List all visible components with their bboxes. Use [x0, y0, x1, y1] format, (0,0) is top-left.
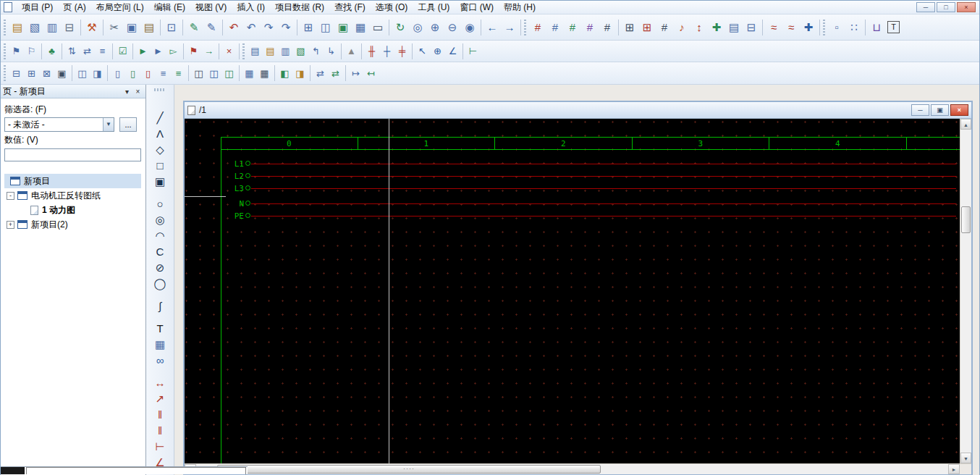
draw-polyline-button[interactable]: Λ	[151, 126, 169, 142]
menu-view[interactable]: 视图 (V)	[190, 1, 232, 14]
draw-sector-button[interactable]: ⊘	[151, 260, 169, 276]
macro-import-button[interactable]: ↳	[324, 43, 339, 59]
export-page-data-button[interactable]: ↦	[348, 66, 363, 81]
menu-options[interactable]: 选项 (O)	[371, 1, 413, 14]
black-box-button[interactable]: ▣	[54, 66, 69, 81]
cut-button[interactable]: ✂	[106, 19, 123, 36]
dim-linear-button[interactable]: ↔	[151, 375, 169, 391]
filter-combobox[interactable]: - 未激活 - ▼	[4, 117, 114, 132]
tree-expander[interactable]: -	[7, 192, 14, 200]
menu-edit[interactable]: 编辑 (E)	[149, 1, 190, 14]
snap-grid-1-button[interactable]: #	[529, 19, 546, 36]
center-snap-button[interactable]: ⊕	[430, 43, 445, 59]
dim-baseline-button[interactable]: ‖	[151, 423, 169, 439]
draw-rectangle-button[interactable]: □	[151, 158, 169, 174]
refresh-button[interactable]: ↻	[392, 19, 409, 36]
toolbar-grip[interactable]	[4, 65, 6, 81]
horizontal-scroll-thumb[interactable]: ····	[217, 465, 601, 474]
combo-dropdown-icon[interactable]: ▼	[103, 118, 114, 131]
undo-button[interactable]: ↶	[225, 19, 242, 36]
signal-wave-2-button[interactable]: ≈	[782, 19, 800, 36]
grid-display-button[interactable]: ⊞	[621, 19, 638, 36]
dim-continued-button[interactable]: ‖	[151, 407, 169, 423]
vertical-scrollbar[interactable]: ▲ ▼	[960, 119, 971, 463]
menu-page[interactable]: 页 (A)	[58, 1, 90, 14]
panel-menu-icon[interactable]: ▾	[122, 88, 132, 96]
page-navigator-button[interactable]: ▦	[242, 66, 257, 81]
split-window-button[interactable]: ◫	[317, 19, 334, 36]
panel-close-icon[interactable]: ×	[132, 88, 143, 96]
bundle-connection-button[interactable]: ◧	[277, 66, 292, 81]
tree-item[interactable]: 新项目	[4, 174, 141, 188]
toolbar-grip[interactable]	[823, 20, 825, 35]
macro-export-button[interactable]: ↰	[308, 43, 324, 59]
potential-tracking-button[interactable]: ◨	[292, 66, 308, 81]
shield-definition-button[interactable]: ≡	[171, 66, 186, 81]
plc-navigator-button[interactable]: ◫	[221, 66, 237, 81]
scroll-down-icon[interactable]: ▼	[960, 453, 971, 463]
signal-wave-1-button[interactable]: ≈	[765, 19, 782, 36]
redo-list-button[interactable]: ↷	[277, 19, 295, 36]
scatter-align-button[interactable]: ∷	[845, 19, 863, 36]
insert-image-button[interactable]: ▦	[151, 337, 169, 353]
menu-tools[interactable]: 工具 (U)	[413, 1, 455, 14]
window-macro-button[interactable]: ▤	[263, 43, 278, 59]
toolbar-grip[interactable]	[4, 43, 6, 59]
report-generate-button[interactable]: ▻	[166, 43, 181, 59]
plc-box-button[interactable]: ◫	[191, 66, 206, 81]
tree-item[interactable]: 1 动力图	[4, 203, 141, 217]
small-symbol-button[interactable]: ▫	[828, 19, 845, 36]
drawing-window-titlebar[interactable]: /1 ─▣×	[185, 102, 971, 119]
angle-pointer-button[interactable]: ↖	[415, 43, 430, 59]
new-page-button[interactable]: ▤	[9, 19, 26, 36]
zoom-in-button[interactable]: ⊕	[426, 19, 444, 36]
forward-button[interactable]: →	[501, 19, 518, 36]
value-input[interactable]	[4, 148, 141, 161]
page-copy-button[interactable]: ▥	[43, 19, 61, 36]
device-navigator-button[interactable]: ⊟	[9, 66, 24, 81]
drawing-close-button[interactable]: ×	[950, 104, 968, 116]
page-macro-button[interactable]: ▤	[248, 43, 263, 59]
tree-item[interactable]: +新项目(2)	[4, 217, 141, 232]
text-frame-button[interactable]: ▤	[725, 19, 743, 36]
symbol-macro-button[interactable]: ▥	[278, 43, 293, 59]
macro-box-button[interactable]: ▧	[293, 43, 308, 59]
menu-project-data[interactable]: 项目数据 (R)	[270, 1, 329, 14]
sync-parts-button[interactable]: ⇄	[313, 66, 328, 81]
update-connections-button[interactable]: ⇄	[328, 66, 343, 81]
terminal-strip-navigator-button[interactable]: ⊞	[24, 66, 39, 81]
terminal-single-button[interactable]: ▯	[110, 66, 125, 81]
corner-tool-button[interactable]: ∠	[445, 43, 460, 59]
settings-wrench-button[interactable]: ⚒	[83, 19, 101, 36]
insert-table-button[interactable]: ▦	[352, 19, 369, 36]
insert-hyperlink-button[interactable]: ∞	[151, 353, 169, 369]
insert-interruption-point-button[interactable]: ⚑	[186, 43, 201, 59]
page-preview-button[interactable]: ▣	[334, 19, 352, 36]
panel-bottom-tab[interactable]	[26, 467, 246, 474]
draw-circle-button[interactable]: ○	[151, 196, 169, 212]
drawing-restore-button[interactable]: ▣	[931, 104, 949, 116]
format-brush-assign-button[interactable]: ✎	[203, 19, 220, 36]
tree-expander[interactable]: +	[7, 221, 14, 229]
autoconnect-button[interactable]: ⊢	[465, 43, 481, 59]
grid-snap-toggle-button[interactable]: ⊞	[638, 19, 656, 36]
select-region-button[interactable]: ⊡	[163, 19, 180, 36]
zoom-out-button[interactable]: ⊖	[444, 19, 461, 36]
weight-anchor-button[interactable]: ▲	[344, 43, 359, 59]
scroll-up-icon[interactable]: ▲	[960, 119, 971, 130]
zoom-100-button[interactable]: ◉	[461, 19, 478, 36]
new-window-button[interactable]: ⊞	[300, 19, 317, 36]
layer-management-button[interactable]: ▦	[257, 66, 272, 81]
collapse-box-button[interactable]: ⊟	[743, 19, 760, 36]
maximize-button[interactable]: □	[937, 2, 955, 12]
plc-address-button[interactable]: ◫	[206, 66, 221, 81]
draw-arc-3point-button[interactable]: C	[151, 244, 169, 260]
draw-rectangle-center-button[interactable]: ▣	[151, 174, 169, 190]
menu-find[interactable]: 查找 (F)	[329, 1, 371, 14]
snap-grid-2-button[interactable]: #	[546, 19, 564, 36]
menu-insert[interactable]: 插入 (I)	[232, 1, 270, 14]
close-button[interactable]: ×	[957, 2, 976, 12]
draw-circle-3point-button[interactable]: ◎	[151, 212, 169, 228]
number-list-button[interactable]: ≡	[95, 43, 110, 59]
insert-symbol-button[interactable]: ♣	[44, 43, 59, 59]
